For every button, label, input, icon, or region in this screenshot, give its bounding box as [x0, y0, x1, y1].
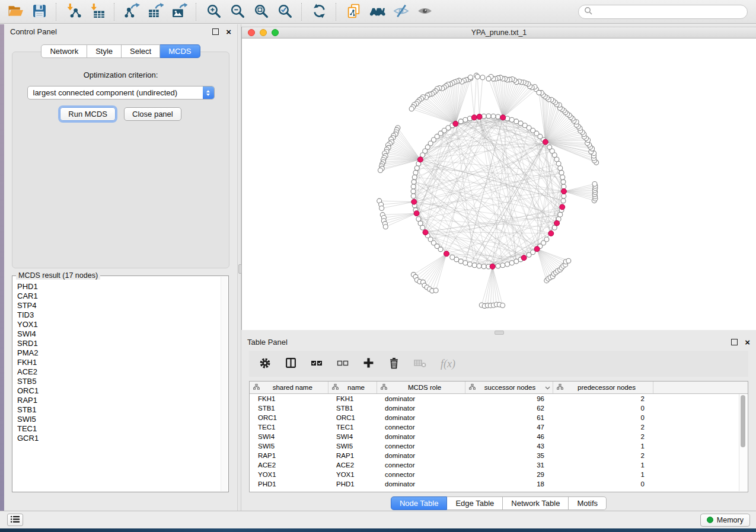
network-hub-node[interactable] — [423, 230, 428, 235]
cell-mcds-role[interactable]: dominator — [377, 413, 465, 422]
network-node[interactable] — [463, 117, 468, 122]
close-panel-button[interactable]: Close panel — [124, 107, 181, 121]
deselect-all-rows-button[interactable] — [337, 358, 349, 370]
cell-successor-nodes[interactable]: 62 — [465, 403, 553, 413]
add-column-button[interactable] — [363, 357, 374, 370]
cell-shared-name[interactable]: ORC1 — [250, 413, 328, 422]
network-edge[interactable] — [471, 77, 474, 117]
network-edge[interactable] — [381, 202, 414, 205]
network-node[interactable] — [412, 180, 416, 184]
network-edge[interactable] — [503, 79, 512, 117]
table-row[interactable]: ACE2ACE2connector311 — [250, 460, 748, 470]
mcds-result-item[interactable]: YOX1 — [17, 320, 221, 329]
cell-mcds-role[interactable]: dominator — [377, 394, 465, 404]
export-image-button[interactable] — [168, 2, 190, 22]
mcds-result-item[interactable]: SRD1 — [17, 339, 221, 348]
cell-successor-nodes[interactable]: 18 — [465, 479, 553, 489]
table-scrollbar[interactable] — [739, 394, 747, 491]
cell-name[interactable]: SWI5 — [328, 441, 377, 451]
column-header-name[interactable]: name — [328, 382, 377, 394]
close-panel-icon[interactable]: × — [745, 339, 750, 345]
network-node[interactable] — [561, 198, 566, 203]
cell-name[interactable]: TEC1 — [328, 422, 377, 432]
run-mcds-button[interactable]: Run MCDS — [60, 107, 116, 121]
network-hub-node[interactable] — [444, 251, 449, 257]
network-node[interactable] — [379, 206, 384, 211]
cell-mcds-role[interactable]: dominator — [377, 451, 465, 460]
network-edge[interactable] — [425, 254, 446, 286]
cell-name[interactable]: ACE2 — [328, 460, 377, 470]
tab-mcds[interactable]: MCDS — [160, 44, 200, 58]
mcds-result-item[interactable]: RAP1 — [17, 396, 221, 405]
table-row[interactable]: SWI5SWI5connector431 — [250, 441, 748, 451]
cell-name[interactable]: ORC1 — [328, 413, 377, 422]
mcds-result-item[interactable]: CAR1 — [17, 291, 221, 301]
network-node[interactable] — [411, 189, 416, 194]
network-node[interactable] — [509, 261, 514, 265]
cell-successor-nodes[interactable]: 31 — [465, 460, 553, 470]
function-builder-button[interactable]: f(x) — [441, 358, 455, 370]
network-node[interactable] — [468, 75, 473, 79]
cell-name[interactable]: RAP1 — [328, 451, 377, 460]
cell-mcds-role[interactable]: connector — [377, 422, 465, 432]
cell-predecessor-nodes[interactable]: 2 — [553, 394, 653, 404]
zoom-out-button[interactable] — [227, 2, 248, 22]
network-node[interactable] — [477, 264, 481, 268]
network-node[interactable] — [496, 114, 500, 119]
network-edge[interactable] — [441, 116, 489, 249]
network-node[interactable] — [486, 76, 491, 81]
network-hub-node[interactable] — [554, 220, 560, 226]
network-node[interactable] — [411, 184, 416, 189]
network-node[interactable] — [544, 237, 549, 242]
network-hub-node[interactable] — [417, 157, 423, 162]
delete-table-button[interactable] — [414, 358, 426, 370]
network-edge[interactable] — [493, 267, 503, 306]
mcds-result-item[interactable]: ORC1 — [17, 386, 221, 396]
table-tab-network-table[interactable]: Network Table — [503, 496, 569, 510]
cell-shared-name[interactable]: SWI5 — [250, 441, 328, 451]
network-node[interactable] — [537, 90, 541, 95]
network-node[interactable] — [486, 114, 491, 118]
column-header-shared-name[interactable]: shared name — [250, 382, 328, 394]
cell-mcds-role[interactable]: connector — [377, 441, 465, 451]
export-network-button[interactable] — [121, 2, 142, 22]
cell-successor-nodes[interactable]: 29 — [465, 470, 553, 479]
network-node[interactable] — [509, 117, 514, 122]
network-node[interactable] — [458, 259, 463, 264]
network-hub-node[interactable] — [500, 115, 506, 120]
column-header-predecessor-nodes[interactable]: predecessor nodes — [553, 382, 653, 394]
network-node[interactable] — [562, 194, 566, 198]
network-edge[interactable] — [398, 128, 420, 160]
mcds-result-item[interactable]: STB5 — [17, 377, 221, 386]
vertical-splitter[interactable] — [237, 24, 241, 511]
network-node[interactable] — [463, 261, 468, 265]
network-node[interactable] — [413, 170, 418, 175]
tab-network[interactable]: Network — [41, 44, 87, 58]
mcds-result-item[interactable]: SWI5 — [17, 415, 221, 424]
save-session-button[interactable] — [28, 2, 50, 22]
column-header-mcds-role[interactable]: MCDS role — [377, 382, 465, 394]
cell-mcds-role[interactable]: dominator — [377, 403, 465, 413]
table-tab-motifs[interactable]: Motifs — [569, 496, 607, 510]
mcds-result-item[interactable]: PHD1 — [17, 282, 221, 291]
cell-predecessor-nodes[interactable]: 0 — [553, 413, 653, 422]
cell-shared-name[interactable]: YOX1 — [250, 470, 328, 479]
horizontal-splitter[interactable] — [241, 330, 756, 335]
mcds-result-item[interactable]: STP4 — [17, 301, 221, 310]
network-edge[interactable] — [498, 78, 503, 118]
network-edge[interactable] — [427, 254, 446, 287]
network-node[interactable] — [458, 119, 463, 124]
table-row[interactable]: SWI4SWI4dominator462 — [250, 432, 748, 441]
network-node[interactable] — [514, 119, 519, 124]
mcds-result-item[interactable]: STB1 — [17, 405, 221, 415]
cell-shared-name[interactable]: STB1 — [250, 403, 328, 413]
network-node[interactable] — [500, 303, 505, 307]
mcds-result-scrollbar[interactable] — [221, 277, 228, 491]
cell-successor-nodes[interactable]: 96 — [465, 394, 553, 404]
cell-shared-name[interactable]: ACE2 — [250, 460, 328, 470]
network-node[interactable] — [491, 114, 496, 118]
zoom-in-button[interactable] — [203, 2, 224, 22]
network-node[interactable] — [505, 262, 510, 267]
network-node[interactable] — [566, 258, 571, 263]
cell-predecessor-nodes[interactable]: 0 — [553, 403, 653, 413]
